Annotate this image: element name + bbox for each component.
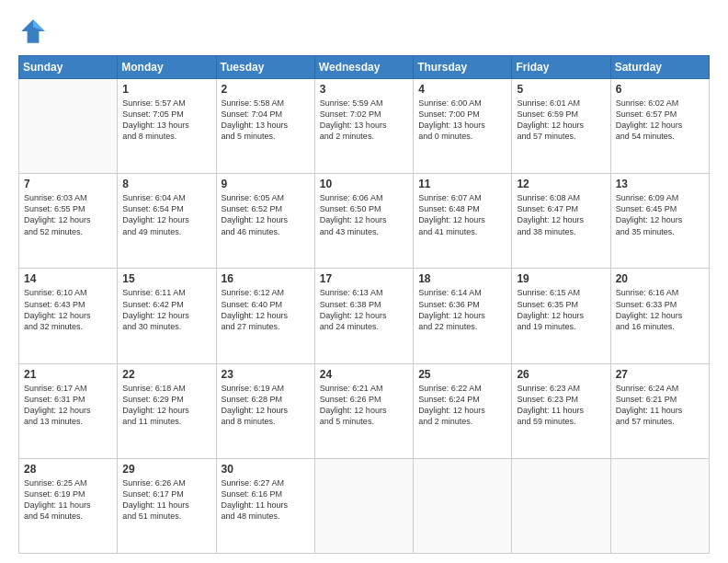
day-cell-19: 19Sunrise: 6:15 AM Sunset: 6:35 PM Dayli… <box>512 269 610 363</box>
week-row-5: 28Sunrise: 6:25 AM Sunset: 6:19 PM Dayli… <box>19 458 710 553</box>
day-info-24: Sunrise: 6:21 AM Sunset: 6:26 PM Dayligh… <box>320 383 408 428</box>
day-info-12: Sunrise: 6:08 AM Sunset: 6:47 PM Dayligh… <box>517 192 605 237</box>
day-number-23: 23 <box>222 368 310 381</box>
day-info-9: Sunrise: 6:05 AM Sunset: 6:52 PM Dayligh… <box>222 192 310 237</box>
logo-icon <box>18 17 48 46</box>
day-info-17: Sunrise: 6:13 AM Sunset: 6:38 PM Dayligh… <box>320 287 408 332</box>
day-cell-1: 1Sunrise: 5:57 AM Sunset: 7:05 PM Daylig… <box>118 79 216 174</box>
empty-cell <box>314 458 413 553</box>
day-info-23: Sunrise: 6:19 AM Sunset: 6:28 PM Dayligh… <box>222 383 310 428</box>
day-number-16: 16 <box>222 272 310 285</box>
day-number-13: 13 <box>616 178 704 190</box>
day-cell-10: 10Sunrise: 6:06 AM Sunset: 6:50 PM Dayli… <box>314 174 413 269</box>
day-cell-11: 11Sunrise: 6:07 AM Sunset: 6:48 PM Dayli… <box>414 174 512 269</box>
day-info-22: Sunrise: 6:18 AM Sunset: 6:29 PM Dayligh… <box>122 383 210 428</box>
day-info-20: Sunrise: 6:16 AM Sunset: 6:33 PM Dayligh… <box>616 287 704 332</box>
day-cell-29: 29Sunrise: 6:26 AM Sunset: 6:17 PM Dayli… <box>118 458 216 553</box>
day-cell-8: 8Sunrise: 6:04 AM Sunset: 6:54 PM Daylig… <box>118 174 216 269</box>
day-number-12: 12 <box>517 178 605 190</box>
day-info-6: Sunrise: 6:02 AM Sunset: 6:57 PM Dayligh… <box>616 98 704 143</box>
day-cell-23: 23Sunrise: 6:19 AM Sunset: 6:28 PM Dayli… <box>216 363 314 458</box>
day-info-7: Sunrise: 6:03 AM Sunset: 6:55 PM Dayligh… <box>24 192 112 237</box>
day-info-16: Sunrise: 6:12 AM Sunset: 6:40 PM Dayligh… <box>222 287 310 332</box>
day-info-14: Sunrise: 6:10 AM Sunset: 6:43 PM Dayligh… <box>24 287 112 332</box>
week-row-3: 14Sunrise: 6:10 AM Sunset: 6:43 PM Dayli… <box>19 269 710 363</box>
day-cell-20: 20Sunrise: 6:16 AM Sunset: 6:33 PM Dayli… <box>610 269 709 363</box>
day-number-14: 14 <box>24 272 112 285</box>
header <box>18 17 710 46</box>
day-info-28: Sunrise: 6:25 AM Sunset: 6:19 PM Dayligh… <box>24 477 112 523</box>
day-info-25: Sunrise: 6:22 AM Sunset: 6:24 PM Dayligh… <box>418 383 506 428</box>
day-number-19: 19 <box>517 272 605 285</box>
day-info-19: Sunrise: 6:15 AM Sunset: 6:35 PM Dayligh… <box>517 287 605 332</box>
day-number-28: 28 <box>24 463 112 476</box>
day-info-13: Sunrise: 6:09 AM Sunset: 6:45 PM Dayligh… <box>616 192 704 237</box>
weekday-header-monday: Monday <box>118 56 216 79</box>
day-number-22: 22 <box>122 368 210 381</box>
day-info-26: Sunrise: 6:23 AM Sunset: 6:23 PM Dayligh… <box>517 383 605 428</box>
calendar-table: SundayMondayTuesdayWednesdayThursdayFrid… <box>18 55 710 554</box>
day-number-4: 4 <box>418 83 506 96</box>
day-number-3: 3 <box>320 83 408 96</box>
day-number-25: 25 <box>418 368 506 381</box>
day-info-11: Sunrise: 6:07 AM Sunset: 6:48 PM Dayligh… <box>418 192 506 237</box>
day-number-7: 7 <box>24 178 112 190</box>
day-cell-24: 24Sunrise: 6:21 AM Sunset: 6:26 PM Dayli… <box>314 363 413 458</box>
day-number-5: 5 <box>517 83 605 96</box>
weekday-header-tuesday: Tuesday <box>216 56 314 79</box>
weekday-header-saturday: Saturday <box>610 56 709 79</box>
day-cell-27: 27Sunrise: 6:24 AM Sunset: 6:21 PM Dayli… <box>610 363 709 458</box>
day-number-30: 30 <box>222 463 310 476</box>
day-info-1: Sunrise: 5:57 AM Sunset: 7:05 PM Dayligh… <box>122 98 210 143</box>
day-number-9: 9 <box>222 178 310 190</box>
empty-cell <box>610 458 709 553</box>
day-number-1: 1 <box>122 83 210 96</box>
weekday-header-wednesday: Wednesday <box>314 56 413 79</box>
day-info-15: Sunrise: 6:11 AM Sunset: 6:42 PM Dayligh… <box>122 287 210 332</box>
week-row-4: 21Sunrise: 6:17 AM Sunset: 6:31 PM Dayli… <box>19 363 710 458</box>
day-number-17: 17 <box>320 272 408 285</box>
day-cell-4: 4Sunrise: 6:00 AM Sunset: 7:00 PM Daylig… <box>414 79 512 174</box>
day-cell-22: 22Sunrise: 6:18 AM Sunset: 6:29 PM Dayli… <box>118 363 216 458</box>
week-row-1: 1Sunrise: 5:57 AM Sunset: 7:05 PM Daylig… <box>19 79 710 174</box>
day-info-2: Sunrise: 5:58 AM Sunset: 7:04 PM Dayligh… <box>222 98 310 143</box>
empty-cell <box>512 458 610 553</box>
day-number-8: 8 <box>122 178 210 190</box>
empty-cell <box>414 458 512 553</box>
day-cell-16: 16Sunrise: 6:12 AM Sunset: 6:40 PM Dayli… <box>216 269 314 363</box>
day-number-21: 21 <box>24 368 112 381</box>
day-info-30: Sunrise: 6:27 AM Sunset: 6:16 PM Dayligh… <box>222 477 310 523</box>
day-cell-12: 12Sunrise: 6:08 AM Sunset: 6:47 PM Dayli… <box>512 174 610 269</box>
day-cell-26: 26Sunrise: 6:23 AM Sunset: 6:23 PM Dayli… <box>512 363 610 458</box>
day-cell-3: 3Sunrise: 5:59 AM Sunset: 7:02 PM Daylig… <box>314 79 413 174</box>
day-cell-7: 7Sunrise: 6:03 AM Sunset: 6:55 PM Daylig… <box>19 174 118 269</box>
day-info-27: Sunrise: 6:24 AM Sunset: 6:21 PM Dayligh… <box>616 383 704 428</box>
weekday-header-sunday: Sunday <box>19 56 118 79</box>
day-info-8: Sunrise: 6:04 AM Sunset: 6:54 PM Dayligh… <box>122 192 210 237</box>
day-cell-21: 21Sunrise: 6:17 AM Sunset: 6:31 PM Dayli… <box>19 363 118 458</box>
day-info-5: Sunrise: 6:01 AM Sunset: 6:59 PM Dayligh… <box>517 98 605 143</box>
empty-cell <box>19 79 118 174</box>
day-info-21: Sunrise: 6:17 AM Sunset: 6:31 PM Dayligh… <box>24 383 112 428</box>
day-cell-2: 2Sunrise: 5:58 AM Sunset: 7:04 PM Daylig… <box>216 79 314 174</box>
day-cell-9: 9Sunrise: 6:05 AM Sunset: 6:52 PM Daylig… <box>216 174 314 269</box>
day-cell-6: 6Sunrise: 6:02 AM Sunset: 6:57 PM Daylig… <box>610 79 709 174</box>
day-info-29: Sunrise: 6:26 AM Sunset: 6:17 PM Dayligh… <box>122 477 210 523</box>
day-number-24: 24 <box>320 368 408 381</box>
day-cell-5: 5Sunrise: 6:01 AM Sunset: 6:59 PM Daylig… <box>512 79 610 174</box>
weekday-header-thursday: Thursday <box>414 56 512 79</box>
day-cell-18: 18Sunrise: 6:14 AM Sunset: 6:36 PM Dayli… <box>414 269 512 363</box>
day-info-4: Sunrise: 6:00 AM Sunset: 7:00 PM Dayligh… <box>418 98 506 143</box>
weekday-header-friday: Friday <box>512 56 610 79</box>
day-info-18: Sunrise: 6:14 AM Sunset: 6:36 PM Dayligh… <box>418 287 506 332</box>
day-cell-13: 13Sunrise: 6:09 AM Sunset: 6:45 PM Dayli… <box>610 174 709 269</box>
page: SundayMondayTuesdayWednesdayThursdayFrid… <box>0 0 728 563</box>
day-number-27: 27 <box>616 368 704 381</box>
day-info-10: Sunrise: 6:06 AM Sunset: 6:50 PM Dayligh… <box>320 192 408 237</box>
day-cell-28: 28Sunrise: 6:25 AM Sunset: 6:19 PM Dayli… <box>19 458 118 553</box>
day-info-3: Sunrise: 5:59 AM Sunset: 7:02 PM Dayligh… <box>320 98 408 143</box>
day-number-15: 15 <box>122 272 210 285</box>
weekday-header-row: SundayMondayTuesdayWednesdayThursdayFrid… <box>19 56 710 79</box>
week-row-2: 7Sunrise: 6:03 AM Sunset: 6:55 PM Daylig… <box>19 174 710 269</box>
day-number-11: 11 <box>418 178 506 190</box>
